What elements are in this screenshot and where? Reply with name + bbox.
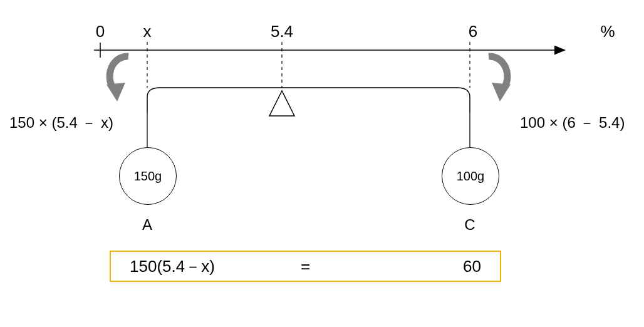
axis-right-label: 6 [464, 22, 482, 41]
equation-left: 150(5.4－x) [130, 256, 215, 278]
axis-zero-label: 0 [91, 22, 110, 41]
moment-formula-right: 100 × (6 － 5.4) [520, 113, 625, 133]
axis-unit-label: % [595, 22, 620, 41]
weight-circle-a: 150g [119, 147, 177, 205]
svg-marker-1 [106, 83, 125, 101]
point-label-a: A [141, 216, 153, 234]
point-label-c: C [464, 216, 476, 234]
weight-circle-c: 100g [442, 147, 499, 205]
weight-mass-a: 150g [134, 169, 162, 184]
equation-equals: = [301, 257, 310, 276]
fulcrum-triangle [269, 91, 294, 116]
axis-x-label: x [138, 22, 157, 41]
moment-arrow-left [106, 56, 128, 101]
moment-formula-left: 150 × (5.4 － x) [9, 113, 113, 133]
axis-mid-label: 5.4 [266, 22, 298, 41]
weight-mass-c: 100g [457, 169, 485, 184]
equation-box: 150(5.4－x) = 60 [110, 251, 501, 282]
moment-arrow-right [489, 56, 511, 101]
equation-right: 60 [463, 257, 481, 276]
svg-marker-2 [492, 83, 511, 101]
balance-bar [147, 88, 470, 113]
